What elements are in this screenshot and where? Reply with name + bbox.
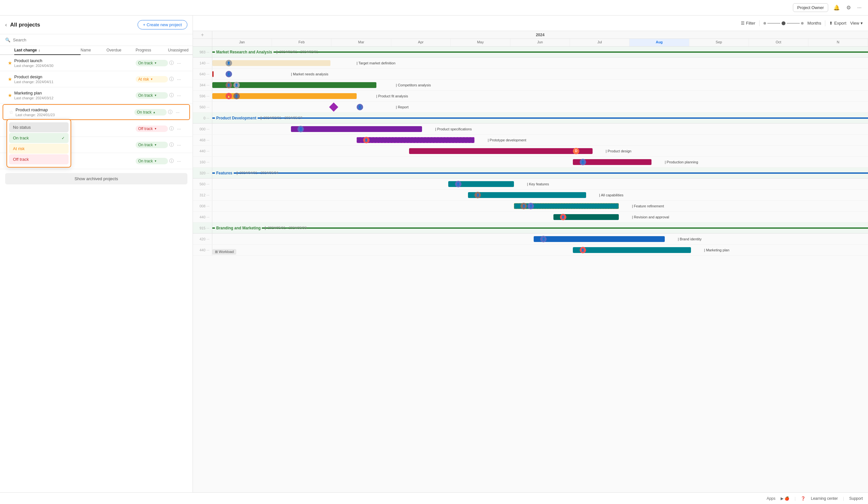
status-badge-legal[interactable]: On track ▾ xyxy=(136,158,168,164)
info-button-marketing-plan[interactable]: ⓘ xyxy=(168,92,175,99)
more-button-marketing-plan[interactable]: ··· xyxy=(176,92,182,99)
gantt-months-row: Jan Feb Mar Apr May Jun Jul Aug Sep Oct … xyxy=(212,39,868,46)
search-input[interactable] xyxy=(13,38,187,42)
export-button[interactable]: ⬆ Export xyxy=(829,21,846,25)
bottom-bar: Apps ▶ 🍎 | ❓ Learning center | Support xyxy=(0,492,868,504)
dropdown-at-risk[interactable]: At risk xyxy=(9,144,69,154)
more-button-product-design[interactable]: ··· xyxy=(176,76,182,83)
avatar-competitors: 👤 xyxy=(226,82,232,88)
row-revision: 440 ··· 👤 | Revision and approval xyxy=(193,212,868,222)
slider-dot-active xyxy=(782,21,785,25)
slider-line-1 xyxy=(767,23,780,24)
bar-brand-identity xyxy=(534,236,665,242)
label-market-needs: | Market needs analysis xyxy=(291,72,328,76)
months-button[interactable]: Months xyxy=(807,21,822,25)
support-link[interactable]: Support xyxy=(849,496,863,501)
row-marketing-plan-task: 440 ··· 👤 | Marketing plan ⊞ Workload xyxy=(193,244,868,255)
more-button-legal[interactable]: ··· xyxy=(176,158,182,164)
row-product-fit: 596 ··· 🔥 👤 | Product fit analysis xyxy=(193,91,868,102)
bar-market-needs xyxy=(212,71,214,77)
project-name: Marketing plan xyxy=(14,91,81,95)
label-revision: | Revision and approval xyxy=(632,215,669,219)
gantt-area: ☰ Filter Months ⬆ Export View ▾ xyxy=(193,15,868,492)
sidebar-header: ‹ All projects + Create new project xyxy=(0,15,193,34)
view-button[interactable]: View ▾ xyxy=(850,21,863,25)
dropdown-on-track[interactable]: On track ✓ xyxy=(9,133,69,143)
col-header-overdue[interactable]: Overdue xyxy=(106,48,136,52)
avatar-production-planning: 👤 xyxy=(580,159,586,165)
bar-all-capabilities xyxy=(468,192,586,198)
action-btns-marketing-plan: ⓘ ··· xyxy=(168,92,187,99)
status-badge-product-design[interactable]: At risk ▾ xyxy=(136,76,168,83)
label-marketing-plan-task: | Marketing plan xyxy=(704,248,730,252)
more-button-supply-chain[interactable]: ··· xyxy=(176,126,182,132)
project-item-product-roadmap: ☆ Product roadmap Last change: 2024/01/2… xyxy=(3,104,190,120)
project-date: Last change: 2024/04/30 xyxy=(14,64,81,67)
star-button-marketing-plan[interactable]: ★ xyxy=(5,93,14,98)
row-report: 560 ··· 👤 | Report xyxy=(193,102,868,113)
info-button-supply-chain[interactable]: ⓘ xyxy=(168,125,175,132)
more-icon-button[interactable]: ··· xyxy=(856,3,863,12)
status-badge-supply-chain[interactable]: Off track ▾ xyxy=(136,126,168,132)
col-header-name[interactable]: Name xyxy=(81,48,106,52)
section-features: 320 ··· Features ❙ 2024/04/01 - 2024/06/… xyxy=(193,168,868,179)
status-badge-marketing-plan[interactable]: On track ▾ xyxy=(136,92,168,99)
main-layout: ‹ All projects + Create new project 🔍 La… xyxy=(0,15,868,492)
more-button-product-launch[interactable]: ··· xyxy=(176,60,182,66)
section-date-product-dev: ❙ 2024/02/01 - 2024/05/27 xyxy=(260,116,302,120)
action-btns-legal: ⓘ ··· xyxy=(168,158,187,165)
check-icon: ✓ xyxy=(62,136,65,140)
star-button-product-design[interactable]: ★ xyxy=(5,76,14,82)
add-row-button[interactable]: + xyxy=(201,32,204,38)
col-header-progress[interactable]: Progress xyxy=(136,48,168,52)
back-button[interactable]: ‹ xyxy=(5,22,7,28)
label-all-capabilities: | All capabilities xyxy=(599,193,623,197)
bell-icon-button[interactable]: 🔔 xyxy=(832,3,841,12)
filter-button[interactable]: ☰ Filter xyxy=(741,21,755,25)
info-button-product-design[interactable]: ⓘ xyxy=(168,76,175,83)
apps-label: Apps xyxy=(767,496,775,501)
project-name: Product launch xyxy=(14,58,81,63)
dropdown-no-status[interactable]: No status xyxy=(9,122,69,132)
action-btns-product-launch: ⓘ ··· xyxy=(168,60,187,67)
avatar-product-design: D xyxy=(573,148,579,154)
status-badge-product-launch[interactable]: On track ▾ xyxy=(136,60,168,66)
row-num-983: 983 ··· xyxy=(193,46,212,57)
label-brand-identity: | Brand identity xyxy=(678,237,701,241)
avatar-prototype: 👤 xyxy=(363,137,370,143)
info-button-product-roadmap[interactable]: ⓘ xyxy=(167,109,174,116)
row-product-specs: 000 ··· 👤 | Product specifications xyxy=(193,124,868,135)
project-item-product-launch: ★ Product launch Last change: 2024/04/30… xyxy=(0,55,193,71)
col-header-unassigned[interactable]: Unassigned xyxy=(168,48,187,52)
status-badge-product-roadmap[interactable]: On track ▴ xyxy=(134,109,167,115)
export-icon: ⬆ xyxy=(829,21,833,25)
star-button-product-roadmap[interactable]: ☆ xyxy=(7,109,16,115)
project-list: ★ Product launch Last change: 2024/04/30… xyxy=(0,55,193,492)
avatar-brand-identity: 👤 xyxy=(540,236,547,242)
project-owner-button[interactable]: Project Owner xyxy=(793,3,828,12)
more-button-product-roadmap[interactable]: ··· xyxy=(174,109,181,115)
info-button-product-launch[interactable]: ⓘ xyxy=(168,60,175,67)
diamond-report xyxy=(329,102,338,111)
avatar-all-capabilities: 👤 xyxy=(474,192,481,198)
dropdown-off-track[interactable]: Off track xyxy=(9,154,69,164)
learning-center-link[interactable]: Learning center xyxy=(811,496,838,501)
month-nov: N xyxy=(808,39,868,46)
more-button-training-program[interactable]: ··· xyxy=(176,142,182,148)
workload-button[interactable]: ⊞ Workload xyxy=(212,249,236,255)
avatar-key-features: 👤 xyxy=(455,181,462,187)
star-button-product-launch[interactable]: ★ xyxy=(5,60,14,66)
gantt-year: 2024 xyxy=(212,31,868,39)
create-project-button[interactable]: + Create new project xyxy=(137,20,187,30)
row-market-needs: 640 ··· 👤 | Market needs analysis xyxy=(193,69,868,80)
project-item-product-design: ★ Product design Last change: 2024/04/11… xyxy=(0,71,193,87)
slider-line-2 xyxy=(787,23,800,24)
section-product-dev: 0 ··· Product Development ❙ 2024/02/01 -… xyxy=(193,113,868,124)
col-header-last-change[interactable]: Last change ↓ xyxy=(14,48,81,55)
info-button-legal[interactable]: ⓘ xyxy=(168,158,175,165)
gear-icon-button[interactable]: ⚙ xyxy=(845,3,852,12)
status-badge-training-program[interactable]: On track ▾ xyxy=(136,142,168,148)
info-button-training-program[interactable]: ⓘ xyxy=(168,141,175,148)
bar-product-specs xyxy=(291,126,422,132)
show-archived-button[interactable]: Show archived projects xyxy=(5,173,187,185)
